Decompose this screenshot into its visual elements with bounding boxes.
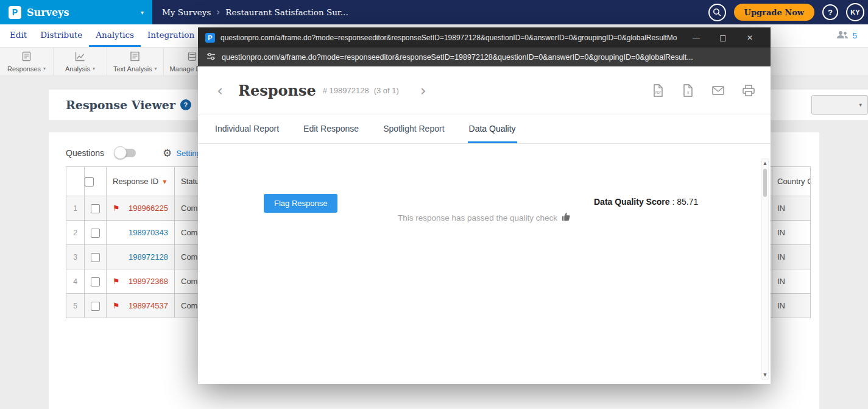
tab-integration[interactable]: Integration — [141, 24, 201, 47]
row-index: 3 — [66, 245, 85, 269]
address-bar: questionpro.com/a/frame.do?mode=response… — [198, 48, 771, 66]
scrollbar-thumb[interactable] — [763, 169, 767, 197]
flag-response-button[interactable]: Flag Response — [264, 194, 337, 213]
responses-icon — [21, 51, 32, 63]
score-label: Data Quality Score — [594, 197, 670, 207]
questionpro-logo-icon: P — [9, 6, 21, 19]
collaborators-button[interactable]: 5 — [836, 24, 868, 47]
breadcrumb-my-surveys[interactable]: My Surveys — [162, 7, 211, 17]
tab-data-quality[interactable]: Data Quality — [468, 115, 517, 143]
tab-distribute[interactable]: Distribute — [34, 24, 89, 47]
response-title: Response — [238, 82, 316, 99]
export-excel-icon[interactable]: x — [682, 84, 694, 97]
window-controls: — □ ✕ — [683, 34, 763, 42]
topbar: P Surveys ▾ My Surveys › Restaurant Sati… — [0, 0, 868, 24]
response-editor-window: P questionpro.com/a/frame.do?mode=respon… — [198, 27, 771, 384]
avatar[interactable]: KY — [846, 3, 864, 21]
export-pdf-icon[interactable]: PDF — [652, 84, 664, 97]
brand-home-button[interactable]: P Surveys ▾ — [0, 0, 152, 24]
toolbar-item-text-analysis[interactable]: Text Analysis▾ — [107, 48, 164, 76]
email-icon[interactable] — [712, 86, 724, 95]
response-tabs: Individual Report Edit Response Spotligh… — [198, 115, 771, 144]
close-icon[interactable]: ✕ — [736, 34, 763, 42]
search-icon[interactable] — [708, 4, 726, 21]
caret-down-icon: ▾ — [155, 66, 157, 71]
data-quality-score: Data Quality Score : 85.71 — [594, 197, 698, 207]
export-actions: PDF x — [652, 84, 755, 97]
row-checkbox[interactable] — [91, 253, 100, 262]
maximize-icon[interactable]: □ — [710, 34, 736, 42]
page-title: Response Viewer — [66, 98, 175, 112]
caret-down-icon: ▾ — [43, 66, 46, 71]
row-checkbox[interactable] — [91, 204, 100, 213]
upgrade-now-button[interactable]: Upgrade Now — [734, 4, 814, 21]
collaborators-count: 5 — [853, 31, 857, 40]
row-checkbox[interactable] — [91, 302, 100, 311]
flag-icon: ⚑ — [113, 302, 124, 310]
breadcrumb-survey-name[interactable]: Restaurant Satisfaction Sur... — [225, 7, 348, 17]
tab-individual-report[interactable]: Individual Report — [214, 115, 280, 143]
tab-edit-response[interactable]: Edit Response — [302, 115, 360, 143]
breadcrumb-separator-icon: › — [216, 7, 220, 18]
people-icon — [836, 30, 849, 41]
toggle-knob[interactable] — [114, 146, 127, 159]
score-value: 85.71 — [677, 197, 698, 207]
analysis-icon — [75, 51, 85, 63]
gear-icon[interactable]: ⚙ — [163, 148, 172, 158]
header-country-code: Country Code — [772, 167, 811, 196]
toolbar-label: Analysis — [65, 65, 90, 73]
response-id-link[interactable]: 198974537 — [129, 301, 168, 310]
toolbar-item-responses[interactable]: Responses▾ — [0, 48, 54, 76]
sort-caret-icon[interactable]: ▼ — [163, 179, 166, 185]
tab-analytics[interactable]: Analytics — [89, 24, 141, 47]
flag-icon: ⚑ — [113, 277, 124, 285]
caret-down-icon: ▾ — [93, 66, 95, 71]
manage-data-icon — [187, 51, 197, 63]
response-header: ‹ Response # 198972128 (3 of 1) › PDF x — [198, 66, 771, 115]
questions-toggle[interactable] — [115, 149, 136, 157]
toolbar-label: Text Analysis — [113, 65, 152, 73]
breadcrumb: My Surveys › Restaurant Satisfaction Sur… — [162, 7, 348, 18]
response-id-link[interactable]: 198970343 — [129, 228, 168, 237]
flag-icon: ⚑ — [113, 204, 124, 212]
response-id-link[interactable]: 198966225 — [129, 204, 168, 213]
toolbar-item-analysis[interactable]: Analysis▾ — [54, 48, 107, 76]
header-response-id[interactable]: Response ID▼ — [107, 167, 175, 196]
row-checkbox[interactable] — [91, 229, 100, 238]
country-cell: IN — [772, 294, 811, 318]
scroll-down-icon[interactable]: ▼ — [762, 372, 768, 377]
page-help-icon[interactable]: ? — [180, 99, 191, 110]
row-checkbox[interactable] — [91, 277, 100, 286]
country-cell: IN — [772, 269, 811, 294]
select-all-checkbox[interactable] — [85, 177, 94, 187]
response-id-link[interactable]: 198972368 — [129, 277, 168, 286]
site-info-icon[interactable] — [206, 52, 216, 63]
window-title: questionpro.com/a/frame.do?mode=response… — [221, 34, 677, 42]
help-icon[interactable]: ? — [822, 4, 838, 20]
country-cell: IN — [772, 196, 811, 221]
brand-caret-icon[interactable]: ▾ — [141, 9, 144, 16]
quality-message: This response has passed the quality che… — [198, 212, 771, 223]
svg-text:x: x — [687, 90, 690, 94]
response-count-meta: (3 of 1) — [374, 86, 399, 95]
row-index: 1 — [66, 196, 85, 221]
response-id-link[interactable]: 198972128 — [129, 252, 168, 261]
questions-label: Questions — [66, 148, 104, 158]
previous-response-icon[interactable]: ‹ — [214, 84, 226, 98]
score-separator: : — [672, 197, 674, 207]
next-response-icon[interactable]: › — [417, 84, 429, 98]
country-cell: IN — [772, 221, 811, 245]
chevron-down-icon: ▾ — [859, 102, 862, 108]
response-id-meta: # 198972128 — [323, 86, 369, 95]
brand-name: Surveys — [27, 7, 69, 18]
scroll-up-icon[interactable]: ▲ — [762, 161, 768, 166]
scrollbar[interactable]: ▲ ▼ — [761, 158, 769, 380]
print-icon[interactable] — [743, 85, 755, 96]
collapsed-dropdown[interactable]: ▾ — [811, 95, 868, 115]
text-analysis-icon — [130, 51, 140, 63]
minimize-icon[interactable]: — — [683, 34, 710, 42]
tab-spotlight-report[interactable]: Spotlight Report — [382, 115, 445, 143]
quality-message-text: This response has passed the quality che… — [398, 213, 557, 222]
survey-nav-tabs: Edit Distribute Analytics Integration — [0, 24, 201, 47]
tab-edit[interactable]: Edit — [3, 24, 34, 47]
